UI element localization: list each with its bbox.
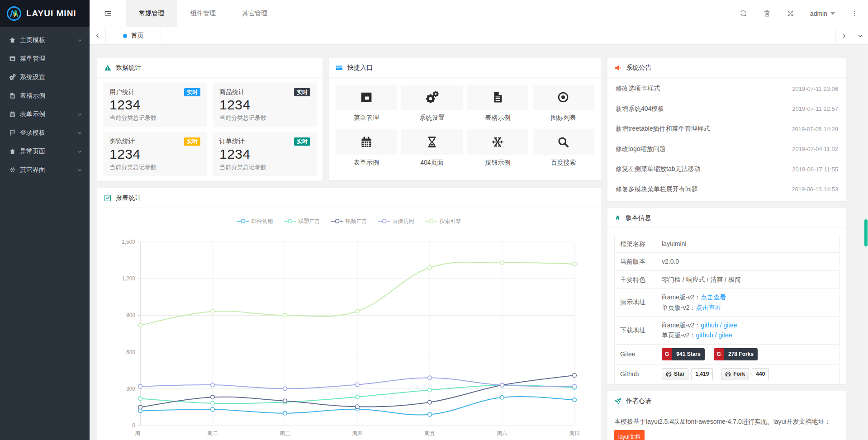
- chevron-down-icon: [77, 38, 82, 43]
- refresh-icon[interactable]: [740, 9, 747, 17]
- demo-link-iframe[interactable]: 点击查看: [701, 293, 726, 301]
- announcement-row[interactable]: 新增treetable插件和菜单管理样式 2019-07-05 14:28: [607, 119, 846, 139]
- chart-area[interactable]: 周一周二周三周四周五周六周日03006009001,2001,500: [97, 228, 601, 440]
- layui-docs-button[interactable]: layui文档: [614, 430, 645, 440]
- home-icon: [9, 148, 20, 155]
- sidebar-item-home-template[interactable]: 主页模板: [0, 31, 90, 49]
- svg-text:周六: 周六: [497, 430, 508, 436]
- stat-desc: 当前分类总记录数: [109, 163, 200, 171]
- scrollbar-track[interactable]: [864, 45, 868, 440]
- collapse-sidebar-button[interactable]: [90, 0, 126, 27]
- tab-home-label: 首页: [131, 32, 144, 40]
- demo-link-spa[interactable]: 点击查看: [696, 304, 721, 311]
- tab-home[interactable]: 首页: [106, 27, 161, 44]
- quick-item-menu-manage[interactable]: 菜单管理: [336, 85, 397, 122]
- download-link-github[interactable]: github: [696, 331, 713, 339]
- card-quick-entry: 快捷入口 菜单管理 系统设置: [329, 58, 601, 180]
- sidebar-item-menu-manage[interactable]: 菜单管理: [0, 49, 90, 68]
- svg-text:900: 900: [126, 312, 135, 318]
- home-icon: [9, 37, 20, 43]
- stat-desc: 当前分类总记录数: [219, 163, 310, 171]
- quick-item-404-page[interactable]: 404页面: [401, 129, 462, 167]
- status-badge: 实时: [184, 137, 200, 146]
- gitee-forks-badge[interactable]: G 278 Forks: [714, 348, 758, 360]
- tabs-dropdown-button[interactable]: [852, 27, 868, 44]
- sidebar-item-login-template[interactable]: 登录模板: [0, 123, 90, 142]
- tabs-scroll-left-button[interactable]: [90, 27, 106, 44]
- legend-item[interactable]: 视频广告: [331, 218, 367, 225]
- sidebar-item-label: 异常页面: [20, 147, 45, 156]
- header-tab-other[interactable]: 其它管理: [229, 0, 280, 27]
- quick-item-system-settings[interactable]: 系统设置: [401, 85, 462, 122]
- line-chart-icon: [104, 194, 111, 202]
- card-title: 版本信息: [626, 214, 651, 222]
- github-star-badge[interactable]: Star 1,419: [662, 368, 713, 380]
- flag-icon: [9, 129, 20, 136]
- card-data-stats: 数据统计 用户统计 1234 当前分类总记录数 实时 商品统计 1234 当前分…: [97, 58, 323, 181]
- stat-value: 1234: [109, 97, 200, 113]
- chart-legend: 邮件营销联盟广告视频广告直接访问搜索引擎: [97, 214, 601, 228]
- table-row: 当前版本 v2.0.0: [615, 253, 840, 270]
- legend-item[interactable]: 邮件营销: [237, 218, 273, 225]
- announcement-row[interactable]: 新增系统404模板 2019-07-11 12:57: [607, 99, 846, 119]
- username: admin: [810, 10, 827, 17]
- hourglass-icon: [401, 129, 462, 155]
- svg-text:1,200: 1,200: [122, 275, 135, 282]
- header-tab-components[interactable]: 组件管理: [177, 0, 229, 27]
- download-link-gitee[interactable]: gitee: [723, 322, 737, 329]
- table-row: 演示地址 iframe版-v2：点击查看 单页版-v2：点击查看: [615, 289, 840, 317]
- legend-item[interactable]: 搜索引擎: [425, 218, 461, 225]
- dot-circle-icon: [533, 85, 594, 110]
- sidebar-item-label: 系统设置: [20, 73, 45, 81]
- legend-item[interactable]: 直接访问: [378, 218, 414, 225]
- chart-canvas[interactable]: 周一周二周三周四周五周六周日03006009001,2001,500: [104, 228, 593, 440]
- stat-box-views: 浏览统计 1234 当前分类总记录数 实时: [103, 132, 207, 176]
- more-vertical-icon[interactable]: [851, 10, 858, 17]
- card-title: 作者心语: [626, 397, 651, 405]
- download-link-gitee[interactable]: gitee: [718, 331, 732, 339]
- github-icon: [666, 371, 672, 377]
- announcement-row[interactable]: 修改选项卡样式 2019-07-11 23:06: [607, 79, 846, 99]
- svg-text:周四: 周四: [352, 430, 363, 436]
- sidebar-item-label: 菜单管理: [20, 55, 45, 63]
- sidebar-item-other-ui[interactable]: 其它界面: [0, 161, 90, 179]
- legend-item[interactable]: 联盟广告: [284, 218, 320, 225]
- tabs-scroll-right-button[interactable]: [835, 27, 852, 44]
- sidebar-item-table-demo[interactable]: 表格示例: [0, 86, 90, 105]
- scrollbar-thumb[interactable]: [864, 219, 868, 246]
- github-fork-badge[interactable]: Fork 440: [721, 368, 769, 380]
- download-link-github[interactable]: github: [701, 322, 718, 329]
- quick-item-table-demo[interactable]: 表格示例: [467, 85, 528, 122]
- fullscreen-icon[interactable]: [787, 9, 794, 17]
- quick-item-button-demo[interactable]: 按钮示例: [467, 129, 528, 167]
- brand-logo-icon: [6, 5, 22, 22]
- fire-icon: [614, 214, 621, 221]
- gears-icon: [9, 74, 20, 80]
- main-content: 数据统计 用户统计 1234 当前分类总记录数 实时 商品统计 1234 当前分…: [90, 45, 868, 440]
- indent-left-icon: [104, 9, 112, 18]
- file-icon: [9, 92, 20, 99]
- gitee-stars-badge[interactable]: G 941 Stars: [662, 348, 705, 360]
- user-menu[interactable]: admin: [810, 10, 835, 17]
- sidebar-item-system-settings[interactable]: 系统设置: [0, 68, 90, 86]
- announcement-row[interactable]: 修复多模块菜单栏展开有问题 2019-06-13 14:53: [607, 180, 846, 200]
- card-report-chart: 报表统计 邮件营销联盟广告视频广告直接访问搜索引擎 周一周二周三周四周五周六周日…: [97, 188, 601, 440]
- status-badge: 实时: [184, 88, 200, 96]
- header-tab-general[interactable]: 常规管理: [126, 0, 177, 27]
- quick-item-icon-list[interactable]: 图标列表: [533, 85, 594, 122]
- logo-bar[interactable]: LAYUI MINI: [0, 0, 90, 27]
- sidebar-item-form-demo[interactable]: 表单示例: [0, 105, 90, 123]
- gitee-icon: G: [714, 348, 724, 360]
- stat-desc: 当前分类总记录数: [109, 114, 200, 122]
- sidebar-item-label: 表格示例: [20, 92, 45, 100]
- table-row: 主要特色 零门槛 / 响应式 / 清爽 / 极简: [615, 270, 840, 288]
- version-table: 框架名称 layuimini 当前版本 v2.0.0 主要特色 零门槛 / 响应…: [614, 235, 840, 384]
- announcement-row[interactable]: 修复左侧菜单缩放tab无法移动 2019-06-17 11:55: [607, 159, 846, 180]
- svg-text:周一: 周一: [135, 430, 146, 436]
- announcement-row[interactable]: 修改logo缩放问题 2019-07-04 11:02: [607, 139, 846, 160]
- quick-item-form-demo[interactable]: 表单示例: [336, 129, 397, 167]
- brand-name: LAYUI MINI: [26, 9, 76, 19]
- clear-cache-icon[interactable]: [763, 9, 771, 17]
- sidebar-item-error-pages[interactable]: 异常页面: [0, 142, 90, 161]
- quick-item-baidu-search[interactable]: 百度搜索: [533, 129, 594, 167]
